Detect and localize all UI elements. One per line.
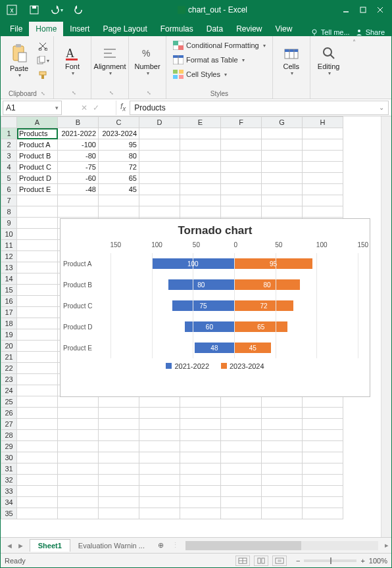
cell[interactable]	[58, 396, 99, 408]
cells-button[interactable]: Cells▾	[277, 39, 306, 82]
cell[interactable]	[58, 508, 99, 519]
paste-button[interactable]: Paste▾	[5, 39, 34, 82]
cell[interactable]	[221, 408, 262, 419]
tab-formulas[interactable]: Formulas	[154, 22, 200, 36]
cell[interactable]: Product C	[17, 162, 58, 173]
formula-input[interactable]: Products ⌄	[130, 101, 389, 115]
column-header[interactable]: E	[180, 117, 221, 128]
row-header[interactable]: 12	[1, 251, 17, 262]
cancel-formula-icon[interactable]: ✕	[81, 103, 87, 112]
font-button[interactable]: A Font▾	[58, 39, 87, 82]
row-header[interactable]: 31	[1, 463, 17, 475]
column-header[interactable]: D	[139, 117, 180, 128]
cell[interactable]	[221, 195, 262, 206]
cell[interactable]	[180, 475, 221, 486]
cell[interactable]	[303, 184, 343, 195]
cell[interactable]	[303, 452, 343, 463]
sheet-tab-other[interactable]: Evaluation Warnin ...	[70, 540, 153, 552]
cell[interactable]	[180, 486, 221, 497]
zoom-out-icon[interactable]: −	[296, 557, 300, 565]
cell[interactable]	[180, 128, 221, 139]
cell[interactable]	[180, 195, 221, 206]
cell[interactable]	[262, 452, 303, 463]
tab-insert[interactable]: Insert	[63, 22, 96, 36]
cell[interactable]: Product A	[17, 139, 58, 151]
format-as-table-button[interactable]: Format as Table▾	[170, 53, 247, 66]
cell[interactable]	[180, 162, 221, 173]
embedded-chart[interactable]: Tornado chart 15010050050100150 Product …	[60, 218, 370, 397]
redo-icon[interactable]	[70, 2, 87, 18]
cell[interactable]	[262, 128, 303, 139]
cell[interactable]	[139, 184, 180, 195]
name-box[interactable]: A1▾	[3, 101, 62, 115]
cell[interactable]	[139, 206, 180, 218]
cell[interactable]	[139, 151, 180, 162]
cell[interactable]	[180, 441, 221, 452]
row-header[interactable]: 8	[1, 206, 17, 218]
save-icon[interactable]	[26, 2, 43, 18]
cell[interactable]	[17, 441, 58, 452]
page-layout-view-icon[interactable]	[254, 556, 268, 566]
cell[interactable]	[262, 162, 303, 173]
cell[interactable]	[139, 408, 180, 419]
row-header[interactable]: 26	[1, 408, 17, 419]
cell[interactable]	[139, 441, 180, 452]
cell[interactable]	[58, 419, 99, 430]
tab-file[interactable]: File	[3, 22, 29, 36]
cell[interactable]	[303, 508, 343, 519]
cell[interactable]	[303, 173, 343, 184]
cell[interactable]	[262, 475, 303, 486]
cell[interactable]	[17, 352, 58, 363]
cell[interactable]	[180, 151, 221, 162]
column-header[interactable]: F	[221, 117, 262, 128]
column-header[interactable]: G	[262, 117, 303, 128]
cell[interactable]	[58, 430, 99, 441]
cell[interactable]	[99, 486, 139, 497]
cell[interactable]	[262, 151, 303, 162]
alignment-button[interactable]: Alignment▾	[95, 39, 124, 82]
cell[interactable]	[58, 475, 99, 486]
cell[interactable]	[58, 497, 99, 508]
cell[interactable]: -80	[58, 151, 99, 162]
cell[interactable]	[99, 195, 139, 206]
dialog-launcher-icon[interactable]: ⤡	[72, 90, 76, 96]
row-header[interactable]: 3	[1, 151, 17, 162]
row-header[interactable]: 13	[1, 262, 17, 273]
cell[interactable]: -75	[58, 162, 99, 173]
row-header[interactable]: 14	[1, 273, 17, 285]
cell-styles-button[interactable]: Cell Styles▾	[170, 68, 230, 81]
cell[interactable]	[99, 452, 139, 463]
share-button[interactable]: Share	[355, 28, 385, 36]
scroll-right-icon[interactable]: ▸	[382, 541, 391, 550]
cell[interactable]	[139, 173, 180, 184]
column-header[interactable]: A	[17, 117, 58, 128]
cell[interactable]	[17, 240, 58, 251]
cell[interactable]: -100	[58, 139, 99, 151]
undo-icon[interactable]: ▾	[48, 2, 65, 18]
cell[interactable]	[139, 419, 180, 430]
cell[interactable]	[221, 441, 262, 452]
cell[interactable]	[17, 486, 58, 497]
cell[interactable]	[17, 285, 58, 296]
cell[interactable]	[303, 463, 343, 475]
cell[interactable]	[221, 173, 262, 184]
fx-icon[interactable]: fx	[116, 102, 130, 112]
dialog-launcher-icon[interactable]: ⤡	[41, 91, 45, 97]
cell[interactable]	[99, 475, 139, 486]
cell[interactable]	[17, 206, 58, 218]
cell[interactable]	[58, 486, 99, 497]
cell[interactable]: 72	[99, 162, 139, 173]
cell[interactable]: Product D	[17, 173, 58, 184]
tab-review[interactable]: Review	[230, 22, 268, 36]
cell[interactable]	[17, 307, 58, 318]
cell[interactable]	[99, 206, 139, 218]
cell[interactable]: 65	[99, 173, 139, 184]
row-header[interactable]: 27	[1, 419, 17, 430]
cell[interactable]	[58, 195, 99, 206]
sheet-nav-prev-icon[interactable]: ◄	[6, 542, 13, 550]
cell[interactable]	[17, 419, 58, 430]
cell[interactable]	[303, 430, 343, 441]
row-header[interactable]: 25	[1, 396, 17, 408]
zoom-level[interactable]: 100%	[369, 557, 387, 565]
cell[interactable]	[180, 396, 221, 408]
